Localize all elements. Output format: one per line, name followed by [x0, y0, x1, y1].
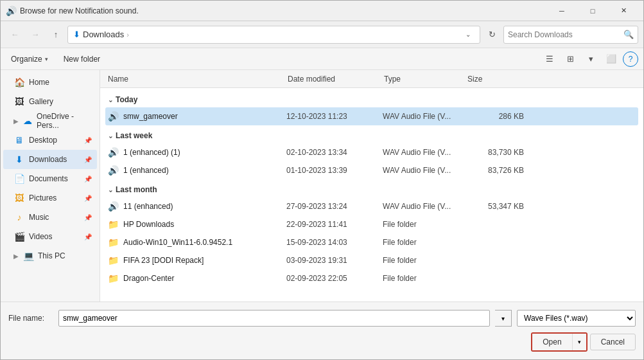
dialog-icon: 🔊: [6, 6, 16, 16]
search-icon: 🔍: [623, 30, 634, 39]
file-type: WAV Audio File (V...: [383, 166, 466, 175]
open-dropdown-button[interactable]: ▾: [572, 334, 586, 350]
chevron-icon[interactable]: ⌄: [108, 132, 113, 140]
file-type: WAV Audio File (V...: [383, 202, 466, 211]
close-button[interactable]: ✕: [609, 1, 638, 21]
breadcrumb-icon: ⬇: [73, 30, 80, 39]
sidebar-item-thispc[interactable]: ▶ 💻 This PC: [3, 246, 97, 266]
music-icon: ♪: [13, 212, 25, 222]
col-header-size[interactable]: Size: [465, 75, 523, 84]
filename-dropdown-button[interactable]: ▾: [495, 310, 512, 327]
file-size: 286 KB: [466, 112, 524, 121]
grid-view-button[interactable]: ⊞: [561, 51, 579, 67]
chevron-icon[interactable]: ⌄: [108, 186, 113, 194]
sidebar-item-pictures[interactable]: 🖼 Pictures 📌: [3, 188, 97, 208]
filename-row: File name: ▾ Wave Files (*.wav): [8, 310, 636, 327]
file-date: 22-09-2023 11:41: [286, 220, 383, 229]
sidebar-item-downloads[interactable]: ⬇ Downloads 📌: [3, 150, 97, 169]
address-bar: ← → ↑ ⬇ Downloads › ⌄ ↻ 🔍: [1, 21, 643, 48]
file-date: 15-09-2023 14:03: [286, 238, 383, 247]
file-date: 12-10-2023 11:23: [286, 112, 383, 121]
sidebar-item-gallery[interactable]: 🖼 Gallery: [3, 92, 97, 111]
col-header-type[interactable]: Type: [381, 75, 465, 84]
sidebar-item-desktop[interactable]: 🖥 Desktop 📌: [3, 130, 97, 150]
group-header-0: ⌄Today: [105, 92, 638, 107]
help-button[interactable]: ?: [623, 51, 638, 67]
expand-pane-button[interactable]: ⬜: [602, 51, 620, 67]
table-row[interactable]: 📁 Dragon-Center 02-09-2023 22:05 File fo…: [105, 269, 638, 287]
videos-icon: 🎬: [13, 231, 25, 242]
action-row: Open ▾ Cancel: [8, 332, 636, 352]
file-area: Name Date modified Type Size ⌄Today 🔊 sm…: [100, 70, 643, 302]
sidebar-item-documents[interactable]: 📄 Documents 📌: [3, 169, 97, 188]
pin-icon-videos: 📌: [84, 233, 92, 240]
file-name: FIFA 23 [DODI Repack]: [123, 256, 286, 265]
new-folder-button[interactable]: New folder: [58, 51, 105, 67]
file-name: smw_gameover: [123, 112, 286, 121]
list-view-button[interactable]: ☰: [541, 51, 559, 67]
view-dropdown-button[interactable]: ▾: [582, 51, 600, 67]
file-list: ⌄Today 🔊 smw_gameover 12-10-2023 11:23 W…: [100, 88, 643, 302]
breadcrumb-dropdown-button[interactable]: ⌄: [462, 28, 474, 41]
table-row[interactable]: 🔊 1 (enhanced) (1) 02-10-2023 13:34 WAV …: [105, 143, 638, 161]
filename-label: File name:: [8, 314, 53, 323]
open-button[interactable]: Open: [532, 334, 571, 350]
file-date: 02-09-2023 22:05: [286, 274, 383, 283]
table-row[interactable]: 📁 FIFA 23 [DODI Repack] 03-09-2023 19:31…: [105, 251, 638, 269]
file-date: 02-10-2023 13:34: [286, 148, 383, 157]
refresh-button[interactable]: ↻: [483, 26, 501, 44]
desktop-icon: 🖥: [13, 135, 25, 145]
maximize-button[interactable]: □: [578, 1, 607, 21]
file-name: Audio-Win10_Win11-6.0.9452.1: [123, 238, 286, 247]
file-type: File folder: [383, 274, 466, 283]
breadcrumb-path: Downloads: [83, 30, 124, 39]
table-row[interactable]: 🔊 1 (enhanced) 01-10-2023 13:39 WAV Audi…: [105, 161, 638, 179]
up-button[interactable]: ↑: [47, 26, 65, 44]
pin-icon-downloads: 📌: [84, 156, 92, 163]
window-controls: ─ □ ✕: [547, 1, 638, 21]
minimize-button[interactable]: ─: [547, 1, 577, 21]
filetype-select[interactable]: Wave Files (*.wav): [517, 310, 636, 327]
table-row[interactable]: 📁 HP Downloads 22-09-2023 11:41 File fol…: [105, 215, 638, 233]
sidebar-item-music[interactable]: ♪ Music 📌: [3, 208, 97, 227]
pin-icon-music: 📌: [84, 214, 92, 221]
sidebar-item-onedrive[interactable]: ▶ ☁ OneDrive - Pers...: [3, 111, 97, 130]
file-size: 83,730 KB: [466, 148, 524, 157]
pictures-icon: 🖼: [13, 193, 25, 203]
group-label: Today: [116, 95, 137, 104]
search-input[interactable]: [508, 30, 621, 39]
group-header-2: ⌄Last month: [105, 182, 638, 197]
downloads-sidebar-icon: ⬇: [13, 154, 25, 165]
vlc-icon: 🔊: [108, 111, 119, 122]
folder-icon: 📁: [108, 255, 119, 266]
group-label: Last month: [116, 185, 157, 194]
chevron-icon[interactable]: ⌄: [108, 96, 113, 104]
file-name: HP Downloads: [123, 220, 286, 229]
cloud-icon: ☁: [22, 116, 33, 126]
back-button[interactable]: ←: [6, 26, 24, 44]
folder-icon: 📁: [108, 273, 119, 284]
table-row[interactable]: 🔊 smw_gameover 12-10-2023 11:23 WAV Audi…: [105, 107, 638, 125]
sidebar-item-home[interactable]: 🏠 Home: [3, 73, 97, 92]
sidebar-item-videos[interactable]: 🎬 Videos 📌: [3, 227, 97, 246]
dialog-title: Browse for new Notification sound.: [20, 6, 547, 15]
forward-button[interactable]: →: [26, 26, 44, 44]
table-row[interactable]: 📁 Audio-Win10_Win11-6.0.9452.1 15-09-202…: [105, 233, 638, 251]
file-type: WAV Audio File (V...: [383, 148, 466, 157]
title-bar: 🔊 Browse for new Notification sound. ─ □…: [1, 1, 643, 21]
organize-button[interactable]: Organize ▾: [6, 51, 53, 67]
file-date: 01-10-2023 13:39: [286, 166, 383, 175]
table-row[interactable]: 🔊 11 (enhanced) 27-09-2023 13:24 WAV Aud…: [105, 197, 638, 215]
file-type: File folder: [383, 256, 466, 265]
col-header-name[interactable]: Name: [105, 75, 285, 84]
breadcrumb[interactable]: ⬇ Downloads › ⌄: [67, 26, 480, 44]
cancel-button[interactable]: Cancel: [590, 334, 636, 350]
bottom-bar: File name: ▾ Wave Files (*.wav) Open ▾ C…: [1, 302, 643, 359]
file-name: 1 (enhanced) (1): [123, 148, 286, 157]
filename-input[interactable]: [58, 310, 490, 327]
file-type: File folder: [383, 220, 466, 229]
col-header-date[interactable]: Date modified: [285, 75, 381, 84]
file-date: 03-09-2023 19:31: [286, 256, 383, 265]
pc-icon: 💻: [22, 251, 34, 261]
expand-icon: ▶: [13, 118, 19, 125]
